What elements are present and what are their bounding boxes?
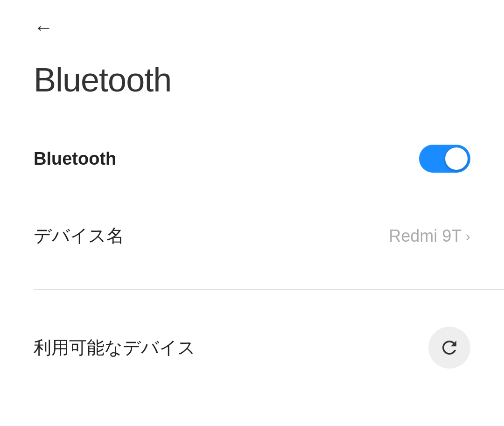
page-title: Bluetooth bbox=[34, 61, 171, 99]
bluetooth-label: Bluetooth bbox=[34, 149, 116, 169]
section-divider bbox=[34, 289, 504, 290]
toggle-knob bbox=[445, 147, 468, 170]
device-name-row[interactable]: デバイス名 Redmi 9T › bbox=[34, 224, 470, 248]
back-button[interactable]: ← bbox=[34, 18, 53, 37]
refresh-button[interactable] bbox=[428, 327, 470, 369]
device-name-text: Redmi 9T bbox=[389, 226, 462, 246]
device-name-value: Redmi 9T › bbox=[389, 226, 470, 246]
bluetooth-toggle-row: Bluetooth bbox=[34, 145, 470, 173]
bluetooth-toggle[interactable] bbox=[419, 145, 470, 173]
available-devices-label: 利用可能なデバイス bbox=[34, 336, 196, 360]
available-devices-row: 利用可能なデバイス bbox=[34, 327, 470, 369]
refresh-icon bbox=[439, 337, 460, 358]
chevron-right-icon: › bbox=[465, 229, 470, 244]
device-name-label: デバイス名 bbox=[34, 224, 124, 248]
